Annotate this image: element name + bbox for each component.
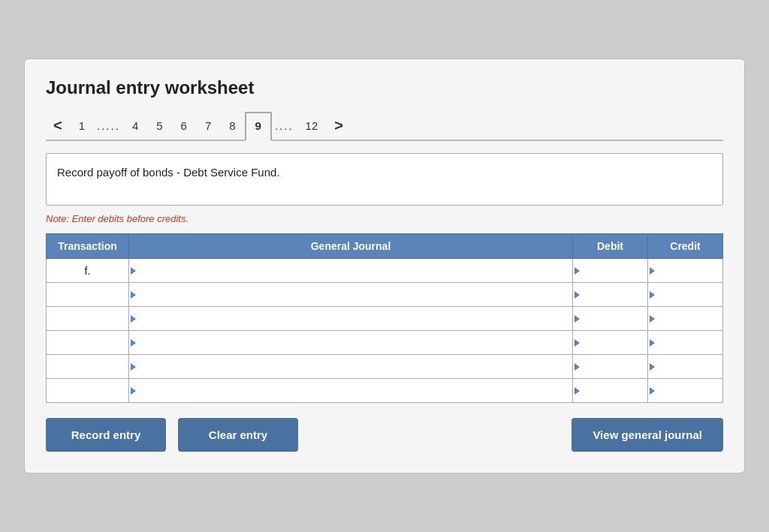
worksheet-card: Journal entry worksheet < 1 ..... 4 5 6 … [24, 59, 745, 473]
credit-cell-2[interactable] [648, 307, 723, 331]
journal-cell-3[interactable] [129, 331, 573, 355]
debit-cell-2[interactable] [573, 307, 648, 331]
header-general-journal: General Journal [129, 234, 573, 259]
page-7[interactable]: 7 [196, 113, 220, 138]
page-1[interactable]: 1 [70, 113, 94, 138]
table-row [47, 379, 723, 403]
debit-input-3[interactable] [573, 331, 647, 354]
debit-input-0[interactable] [573, 259, 647, 282]
debit-cell-0[interactable] [573, 259, 648, 283]
table-row [47, 355, 723, 379]
credit-cell-1[interactable] [648, 283, 723, 307]
debit-input-1[interactable] [573, 283, 647, 306]
journal-input-0[interactable] [129, 259, 572, 282]
header-credit: Credit [648, 234, 723, 259]
view-general-journal-button[interactable]: View general journal [571, 418, 723, 452]
page-5[interactable]: 5 [147, 113, 171, 138]
journal-cell-1[interactable] [129, 283, 573, 307]
credit-input-3[interactable] [648, 331, 722, 354]
page-title: Journal entry worksheet [46, 77, 723, 98]
debit-input-4[interactable] [573, 355, 647, 378]
journal-table: Transaction General Journal Debit Credit… [46, 233, 723, 403]
credit-input-5[interactable] [648, 379, 722, 402]
dots-2: .... [272, 113, 297, 138]
transaction-cell-5 [47, 379, 129, 403]
journal-cell-0[interactable] [129, 259, 573, 283]
transaction-cell-0: f. [47, 259, 129, 283]
debit-cell-3[interactable] [573, 331, 648, 355]
credit-cell-4[interactable] [648, 355, 723, 379]
transaction-cell-3 [47, 331, 129, 355]
clear-entry-button[interactable]: Clear entry [178, 418, 298, 452]
credit-input-0[interactable] [648, 259, 722, 282]
credit-input-4[interactable] [648, 355, 722, 378]
page-6[interactable]: 6 [172, 113, 196, 138]
credit-input-1[interactable] [648, 283, 722, 306]
credit-cell-5[interactable] [648, 379, 723, 403]
table-row [47, 283, 723, 307]
pagination: < 1 ..... 4 5 6 7 8 9 .... 12 > [46, 112, 723, 141]
buttons-row: Record entry Clear entry View general jo… [46, 418, 723, 452]
record-entry-button[interactable]: Record entry [46, 418, 166, 452]
page-4[interactable]: 4 [123, 113, 147, 138]
credit-cell-3[interactable] [648, 331, 723, 355]
page-9-active[interactable]: 9 [245, 112, 272, 141]
journal-cell-5[interactable] [129, 379, 573, 403]
credit-input-2[interactable] [648, 307, 722, 330]
journal-cell-4[interactable] [129, 355, 573, 379]
prev-button[interactable]: < [46, 113, 70, 139]
page-12[interactable]: 12 [297, 113, 327, 138]
debit-cell-5[interactable] [573, 379, 648, 403]
transaction-cell-1 [47, 283, 129, 307]
page-8[interactable]: 8 [220, 113, 244, 138]
journal-input-3[interactable] [129, 331, 572, 354]
note-text: Note: Enter debits before credits. [46, 213, 723, 224]
description-box: Record payoff of bonds - Debt Service Fu… [46, 153, 723, 206]
debit-input-5[interactable] [573, 379, 647, 402]
header-transaction: Transaction [47, 234, 129, 259]
next-button[interactable]: > [327, 113, 351, 139]
dots-1: ..... [94, 113, 123, 138]
debit-cell-4[interactable] [573, 355, 648, 379]
table-row [47, 307, 723, 331]
transaction-cell-2 [47, 307, 129, 331]
journal-cell-2[interactable] [129, 307, 573, 331]
debit-cell-1[interactable] [573, 283, 648, 307]
header-debit: Debit [573, 234, 648, 259]
table-row [47, 331, 723, 355]
transaction-cell-4 [47, 355, 129, 379]
journal-input-5[interactable] [129, 379, 572, 402]
credit-cell-0[interactable] [648, 259, 723, 283]
journal-input-1[interactable] [129, 283, 572, 306]
journal-input-2[interactable] [129, 307, 572, 330]
table-row: f. [47, 259, 723, 283]
debit-input-2[interactable] [573, 307, 647, 330]
journal-input-4[interactable] [129, 355, 572, 378]
